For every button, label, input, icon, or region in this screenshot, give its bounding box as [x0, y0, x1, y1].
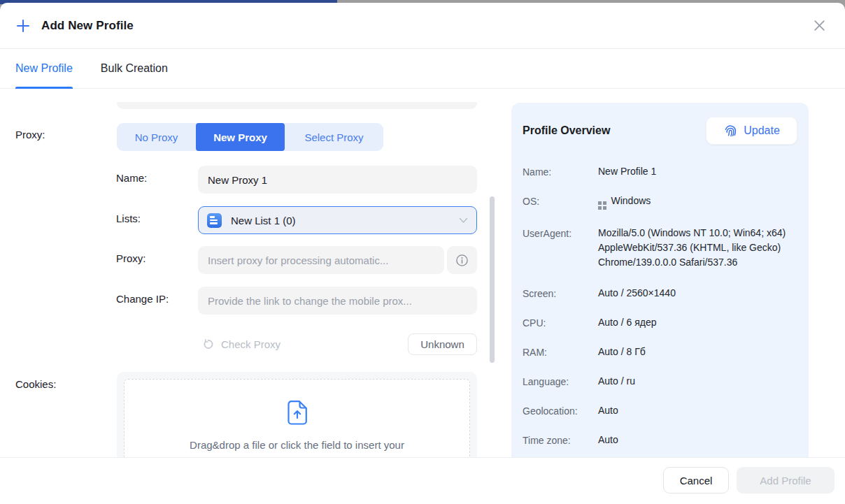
modal-content: Proxy: No Proxy New Proxy Select Proxy N…: [0, 89, 845, 458]
lists-dropdown[interactable]: New List 1 (0): [198, 206, 477, 234]
row-value: Auto / 8 Гб: [598, 347, 646, 358]
overview-row-name: Name: New Profile 1: [523, 166, 797, 178]
row-value: Auto / 6 ядер: [598, 317, 656, 329]
plus-icon: [15, 18, 31, 34]
cookies-container: Drag&drop a file or click the field to i…: [117, 372, 477, 458]
row-value: Mozilla/5.0 (Windows NT 10.0; Win64; x64…: [598, 226, 797, 270]
overview-row-language: Language: Auto / ru: [523, 376, 797, 387]
tab-new-profile-label: New Profile: [15, 62, 73, 75]
overview-row-cpu: CPU: Auto / 6 ядер: [523, 317, 797, 329]
modal-footer: Cancel Add Profile: [0, 458, 845, 503]
fingerprint-icon: [723, 124, 738, 138]
update-button-label: Update: [744, 124, 780, 137]
overview-row-ram: RAM: Auto / 8 Гб: [523, 347, 797, 358]
row-label: Screen:: [523, 288, 598, 299]
modal-header: Add New Profile: [0, 3, 845, 49]
tab-bulk-creation[interactable]: Bulk Creation: [101, 49, 168, 88]
add-new-profile-modal: Add New Profile New Profile Bulk Creatio…: [0, 3, 845, 504]
row-label: RAM:: [523, 347, 598, 358]
lists-dropdown-value: New List 1 (0): [231, 215, 296, 226]
row-value: Auto: [598, 435, 618, 446]
change-ip-input[interactable]: [198, 287, 477, 315]
new-proxy-button[interactable]: New Proxy: [196, 123, 285, 151]
proxy-input[interactable]: [198, 246, 444, 274]
info-icon: [455, 254, 469, 267]
row-label: Geolocation:: [523, 405, 598, 417]
select-proxy-button[interactable]: Select Proxy: [285, 123, 383, 151]
file-upload-icon: [287, 401, 307, 425]
row-label: Name:: [523, 166, 598, 178]
tab-bar: New Profile Bulk Creation: [0, 49, 845, 89]
overview-row-geolocation: Geolocation: Auto: [523, 405, 797, 417]
row-label: Time zone:: [523, 435, 598, 446]
list-icon: [207, 213, 222, 228]
row-value: Auto / 2560×1440: [598, 288, 676, 299]
change-ip-label: Change IP:: [116, 293, 169, 305]
os-value-text: Windows: [611, 195, 651, 206]
row-value: Auto: [598, 405, 618, 417]
row-label: CPU:: [523, 317, 598, 329]
cookies-dropzone[interactable]: Drag&drop a file or click the field to i…: [124, 379, 470, 458]
check-proxy-label: Check Proxy: [221, 338, 281, 350]
row-label: Language:: [523, 376, 598, 387]
proxy-name-input[interactable]: [198, 166, 477, 194]
overview-row-timezone: Time zone: Auto: [523, 435, 797, 446]
row-label: UserAgent:: [523, 228, 598, 270]
add-profile-button[interactable]: Add Profile: [737, 467, 835, 494]
panel-header: Profile Overview Update: [523, 117, 797, 145]
chevron-down-icon: [459, 217, 468, 224]
modal-title: Add New Profile: [41, 19, 134, 33]
panel-title: Profile Overview: [523, 124, 610, 137]
refresh-icon: [202, 338, 214, 350]
scrolled-field-remnant: [117, 102, 477, 109]
lists-label: Lists:: [116, 213, 141, 224]
row-value: Auto / ru: [598, 376, 635, 387]
proxy-section-label: Proxy:: [15, 129, 45, 141]
row-value: New Profile 1: [598, 166, 656, 178]
proxy-status-badge[interactable]: Unknown: [408, 333, 477, 355]
tab-new-profile[interactable]: New Profile: [15, 49, 73, 88]
windows-icon: [598, 201, 606, 210]
update-button[interactable]: Update: [706, 117, 797, 145]
no-proxy-button[interactable]: No Proxy: [117, 123, 196, 151]
overview-row-useragent: UserAgent: Mozilla/5.0 (Windows NT 10.0;…: [523, 228, 797, 270]
overview-row-os: OS: Windows: [523, 196, 797, 210]
row-value: Windows: [598, 196, 651, 210]
overview-row-screen: Screen: Auto / 2560×1440: [523, 288, 797, 299]
proxy-mode-segmented-control: No Proxy New Proxy Select Proxy: [117, 123, 383, 151]
check-proxy-button[interactable]: Check Proxy: [202, 333, 281, 355]
proxy-field-label: Proxy:: [116, 252, 146, 264]
dropzone-text: Drag&drop a file or click the field to i…: [190, 439, 404, 451]
cancel-button[interactable]: Cancel: [663, 467, 729, 494]
name-label: Name:: [116, 172, 147, 184]
row-label: OS:: [523, 196, 598, 210]
profile-overview-panel: Profile Overview Update Name: New Profil…: [511, 103, 809, 458]
cookies-label: Cookies:: [15, 378, 56, 390]
vertical-scrollbar[interactable]: [490, 196, 495, 363]
overview-rows: Name: New Profile 1 OS: Windows UserAgen…: [523, 166, 797, 446]
tab-bulk-creation-label: Bulk Creation: [101, 62, 168, 75]
proxy-info-button[interactable]: [447, 246, 477, 274]
close-icon[interactable]: [810, 17, 828, 35]
